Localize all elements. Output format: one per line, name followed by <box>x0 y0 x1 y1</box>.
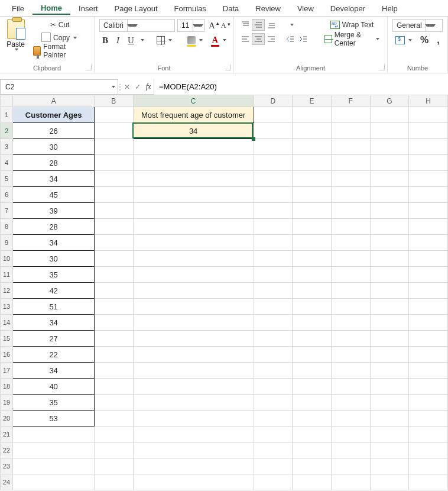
cell-A6[interactable]: 45 <box>13 187 95 203</box>
cell-G13[interactable] <box>370 299 409 315</box>
cell-H24[interactable] <box>409 474 448 490</box>
cell-E24[interactable] <box>293 474 332 490</box>
cell-F24[interactable] <box>331 474 370 490</box>
cell-C3[interactable] <box>133 139 254 155</box>
underline-button[interactable]: U <box>125 34 137 46</box>
cell-C17[interactable] <box>133 363 254 379</box>
cell-G16[interactable] <box>370 347 409 363</box>
paste-icon[interactable] <box>7 19 25 39</box>
row-header-19[interactable]: 19 <box>1 395 13 411</box>
cell-G12[interactable] <box>370 283 409 299</box>
cell-G19[interactable] <box>370 395 409 411</box>
row-header-6[interactable]: 6 <box>1 187 13 203</box>
cell-H4[interactable] <box>409 155 448 171</box>
row-header-2[interactable]: 2 <box>1 123 13 139</box>
cell-F13[interactable] <box>331 299 370 315</box>
cell-B22[interactable] <box>95 442 134 458</box>
cell-A20[interactable]: 53 <box>13 411 95 427</box>
cell-H6[interactable] <box>409 187 448 203</box>
cell-F16[interactable] <box>331 347 370 363</box>
row-header-4[interactable]: 4 <box>1 155 13 171</box>
italic-button[interactable]: I <box>113 34 122 46</box>
cell-E4[interactable] <box>293 155 332 171</box>
align-top-button[interactable] <box>239 19 252 31</box>
cell-H11[interactable] <box>409 267 448 283</box>
cell-A12[interactable]: 42 <box>13 283 95 299</box>
paste-button[interactable]: Paste <box>7 40 25 49</box>
row-header-22[interactable]: 22 <box>1 442 13 458</box>
align-middle-button[interactable] <box>252 19 265 31</box>
cell-A19[interactable]: 35 <box>13 395 95 411</box>
cell-A16[interactable]: 22 <box>13 347 95 363</box>
row-header-3[interactable]: 3 <box>1 139 13 155</box>
cell-B18[interactable] <box>95 379 134 395</box>
cell-A8[interactable]: 28 <box>13 219 95 235</box>
cell-E15[interactable] <box>293 331 332 347</box>
cell-D7[interactable] <box>254 203 293 219</box>
col-header-A[interactable]: A <box>13 95 95 107</box>
cell-E9[interactable] <box>293 235 332 251</box>
cell-B24[interactable] <box>95 474 134 490</box>
cell-G22[interactable] <box>370 442 409 458</box>
cell-A5[interactable]: 34 <box>13 171 95 187</box>
cell-B19[interactable] <box>95 395 134 411</box>
copy-dropdown[interactable] <box>73 37 77 39</box>
cell-A9[interactable]: 34 <box>13 235 95 251</box>
cell-C4[interactable] <box>133 155 254 171</box>
col-header-G[interactable]: G <box>370 95 409 107</box>
row-header-17[interactable]: 17 <box>1 363 13 379</box>
cell-B4[interactable] <box>95 155 134 171</box>
copy-button[interactable]: Copy <box>30 32 89 44</box>
cell-H22[interactable] <box>409 442 448 458</box>
cell-G4[interactable] <box>370 155 409 171</box>
cell-C20[interactable] <box>133 411 254 427</box>
cell-D24[interactable] <box>254 474 293 490</box>
cell-A24[interactable] <box>13 474 95 490</box>
cell-A22[interactable] <box>13 442 95 458</box>
cell-E18[interactable] <box>293 379 332 395</box>
cell-B11[interactable] <box>95 267 134 283</box>
cell-G10[interactable] <box>370 251 409 267</box>
cell-C23[interactable] <box>133 458 254 474</box>
cell-B6[interactable] <box>95 187 134 203</box>
cell-H15[interactable] <box>409 331 448 347</box>
cell-B1[interactable] <box>95 107 134 123</box>
chevron-down-icon[interactable] <box>127 20 135 31</box>
cell-A18[interactable]: 40 <box>13 379 95 395</box>
cell-A1[interactable]: Customer Ages <box>13 107 95 123</box>
cell-E7[interactable] <box>293 203 332 219</box>
row-header-12[interactable]: 12 <box>1 283 13 299</box>
cell-F15[interactable] <box>331 331 370 347</box>
row-header-5[interactable]: 5 <box>1 171 13 187</box>
cell-F5[interactable] <box>331 171 370 187</box>
tab-page-layout[interactable]: Page Layout <box>106 2 166 14</box>
bold-button[interactable]: B <box>99 34 111 46</box>
cell-F21[interactable] <box>331 427 370 442</box>
cell-D12[interactable] <box>254 283 293 299</box>
cell-F8[interactable] <box>331 219 370 235</box>
cell-B23[interactable] <box>95 458 134 474</box>
cell-E8[interactable] <box>293 219 332 235</box>
cell-F14[interactable] <box>331 315 370 331</box>
cell-H3[interactable] <box>409 139 448 155</box>
cell-E20[interactable] <box>293 411 332 427</box>
cell-G20[interactable] <box>370 411 409 427</box>
cell-H2[interactable] <box>409 123 448 139</box>
cell-D20[interactable] <box>254 411 293 427</box>
decrease-indent-button[interactable] <box>284 33 297 45</box>
cell-D16[interactable] <box>254 347 293 363</box>
fill-color-button[interactable] <box>184 34 206 46</box>
cell-B7[interactable] <box>95 203 134 219</box>
cell-C14[interactable] <box>133 315 254 331</box>
tab-help[interactable]: Help <box>374 2 406 14</box>
cell-A4[interactable]: 28 <box>13 155 95 171</box>
cell-E14[interactable] <box>293 315 332 331</box>
cell-C22[interactable] <box>133 442 254 458</box>
row-header-7[interactable]: 7 <box>1 203 13 219</box>
cell-H19[interactable] <box>409 395 448 411</box>
cell-E12[interactable] <box>293 283 332 299</box>
format-painter-button[interactable]: Format Painter <box>30 45 89 57</box>
cell-D3[interactable] <box>254 139 293 155</box>
cell-B9[interactable] <box>95 235 134 251</box>
row-header-23[interactable]: 23 <box>1 458 13 474</box>
